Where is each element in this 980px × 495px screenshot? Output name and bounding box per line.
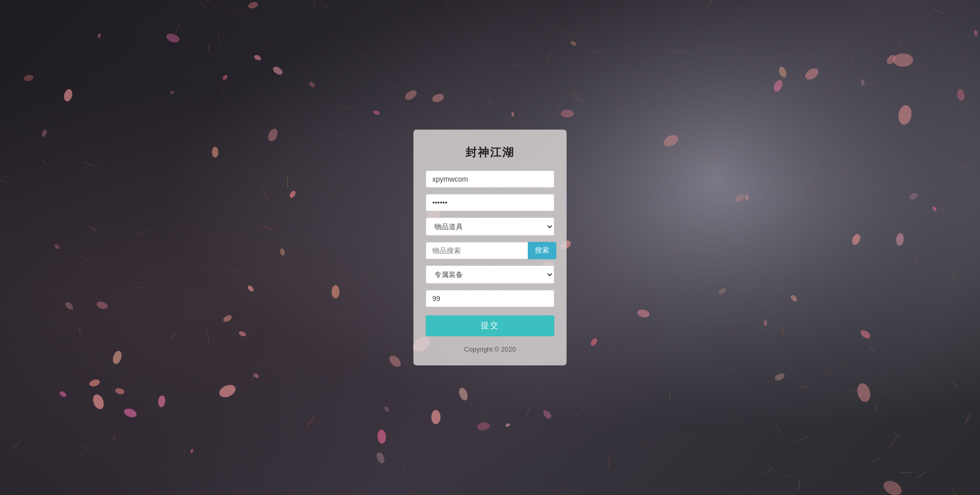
- page-title: 封神江湖: [426, 145, 554, 160]
- category-group: 物品道具 武器装备 材料 丹药: [426, 217, 554, 236]
- password-group: [426, 194, 554, 211]
- equipment-select[interactable]: 专属装备 普通装备 稀有装备 史诗装备: [426, 265, 554, 284]
- submit-button[interactable]: 提交: [426, 315, 554, 336]
- search-group: 搜索: [426, 242, 554, 259]
- login-card: 封神江湖 物品道具 武器装备 材料 丹药 搜索 专属装备 普通装备 稀有装备 史…: [413, 130, 567, 365]
- username-input[interactable]: [426, 170, 554, 188]
- search-input[interactable]: [426, 242, 528, 259]
- equipment-group: 专属装备 普通装备 稀有装备 史诗装备: [426, 265, 554, 284]
- category-select[interactable]: 物品道具 武器装备 材料 丹药: [426, 217, 554, 236]
- quantity-group: [426, 290, 554, 307]
- username-group: [426, 170, 554, 188]
- quantity-input[interactable]: [426, 290, 554, 307]
- copyright-text: Copyright © 2020: [426, 345, 554, 353]
- password-input[interactable]: [426, 194, 554, 211]
- search-button[interactable]: 搜索: [528, 242, 556, 259]
